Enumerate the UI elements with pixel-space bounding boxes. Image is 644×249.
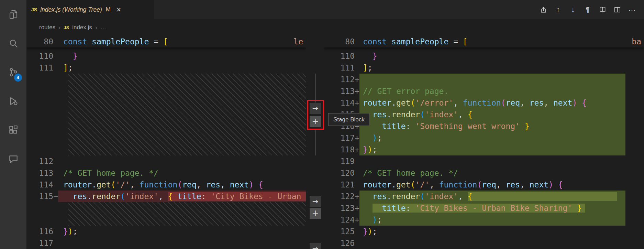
code-line-content[interactable]	[359, 74, 625, 85]
line-number-gutter: 80	[324, 36, 359, 47]
code-token: .	[387, 110, 391, 119]
toggle-whitespace-icon[interactable]: ¶	[582, 4, 593, 15]
code-token: )	[548, 180, 553, 189]
code-token: }	[363, 145, 368, 154]
diff-marker	[53, 50, 58, 62]
breadcrumb-item[interactable]: index.js	[72, 24, 92, 31]
previous-change-icon[interactable]: ↑	[553, 4, 563, 15]
revert-block-arrow-button[interactable]: →	[310, 243, 321, 249]
code-token: '/error'	[415, 98, 453, 107]
diff-marker	[53, 237, 58, 249]
line-number-gutter: 121	[324, 179, 359, 191]
code-line-content[interactable]: // GET error page.	[359, 85, 625, 97]
code-line-content[interactable]: router.get('/', function(req, res, next)…	[58, 179, 306, 191]
code-line-content[interactable]: });	[58, 226, 306, 237]
code-line-content[interactable]: });	[359, 144, 625, 155]
code-line-content[interactable]: });	[359, 226, 625, 237]
line-number-gutter: 122+	[324, 191, 359, 202]
code-token: ,	[520, 98, 530, 107]
code-token: ;	[368, 63, 373, 72]
diff-connector-line	[315, 74, 316, 102]
code-token: )	[368, 227, 373, 236]
line-number-gutter: 125	[324, 226, 359, 237]
line-number-gutter: 114	[26, 179, 58, 191]
breadcrumb-item[interactable]: …	[100, 24, 106, 31]
extensions-icon[interactable]	[5, 122, 22, 138]
code-token: get	[396, 98, 411, 107]
clipped-text-fragment: ba	[632, 36, 641, 47]
code-line-content[interactable]	[359, 237, 625, 249]
code-line-content[interactable]: router.get('/error', function(req, res, …	[359, 97, 625, 109]
code-token	[363, 133, 373, 142]
line-number: 125	[324, 226, 355, 237]
code-line-content[interactable]: title: 'City Bikes - Urban Bike Sharing'…	[359, 202, 625, 214]
stage-block-plus-button[interactable]: +	[310, 208, 321, 219]
code-line-content[interactable]: res.render('index', {	[359, 191, 625, 202]
code-line-content[interactable]: }	[359, 50, 625, 62]
search-icon[interactable]	[5, 35, 22, 52]
code-line-content[interactable]	[58, 237, 306, 249]
open-file-icon[interactable]	[538, 4, 548, 15]
code-line: 118+});	[324, 144, 644, 155]
code-token: render	[391, 192, 420, 201]
code-token: )	[373, 133, 377, 142]
code-token: '/'	[115, 180, 130, 189]
code-line-content[interactable]: ];	[359, 62, 625, 74]
diff-marker	[53, 179, 58, 191]
code-line-content[interactable]: ];	[58, 62, 306, 74]
diff-marker: +	[355, 97, 359, 109]
code-token: )	[249, 180, 254, 189]
code-token: ,	[220, 180, 230, 189]
line-number: 119	[324, 155, 355, 167]
code-line: 115− res.render('index', { title: 'City …	[26, 191, 306, 202]
close-tab-icon[interactable]: ×	[116, 6, 121, 14]
line-number-gutter: 117	[26, 237, 58, 249]
code-line-content[interactable]: title: 'Something went wrong' }	[359, 120, 625, 132]
code-line-content[interactable]	[58, 155, 306, 167]
line-number: 115	[26, 191, 53, 202]
diff-marker: −	[53, 191, 58, 202]
diff-marker: +	[355, 85, 359, 97]
more-actions-icon[interactable]: ···	[627, 4, 637, 15]
breadcrumb-item[interactable]: routes	[39, 24, 55, 31]
line-number: 111	[324, 62, 355, 74]
code-line-content[interactable]: }	[58, 50, 306, 62]
revert-block-arrow-button[interactable]: →	[310, 103, 321, 114]
code-token: [	[463, 37, 468, 46]
code-token: ]	[363, 63, 368, 72]
source-control-icon[interactable]: 4	[5, 64, 22, 80]
code-line-content[interactable]: const samplePeople = [	[359, 36, 625, 47]
code-line: 112+	[324, 74, 644, 85]
code-token: res	[506, 180, 520, 189]
map-icon[interactable]	[597, 4, 608, 15]
line-number-gutter: 115−	[26, 191, 58, 202]
code-token: get	[97, 180, 111, 189]
code-line-content[interactable]: );	[359, 214, 625, 226]
run-and-debug-icon[interactable]	[5, 93, 22, 109]
code-token: ;	[373, 227, 377, 236]
code-line-content[interactable]: const samplePeople = [	[58, 36, 306, 47]
code-line-content[interactable]: /* GET home page. */	[58, 167, 306, 179]
diff-marker	[53, 62, 58, 74]
code-line-content[interactable]	[359, 155, 625, 167]
code-line-content[interactable]: res.render('index', {	[359, 109, 625, 120]
revert-block-arrow-button[interactable]: →	[310, 196, 321, 207]
code-line: 122+ res.render('index', {	[324, 191, 644, 202]
next-change-icon[interactable]: ↓	[568, 4, 578, 15]
explorer-icon[interactable]	[5, 6, 22, 23]
code-line-content[interactable]: res.render('index', { title: 'City Bikes…	[58, 191, 306, 202]
split-editor-icon[interactable]	[612, 4, 622, 15]
code-token: res	[373, 110, 387, 119]
stage-block-plus-button[interactable]: +	[310, 116, 321, 127]
code-token: ;	[377, 215, 382, 224]
code-line-content[interactable]: /* GET home page. */	[359, 167, 625, 179]
line-number: 126	[324, 237, 355, 249]
code-token: (	[411, 98, 415, 107]
tab-indexjs-working-tree[interactable]: JS index.js (Working Tree) M ×	[26, 0, 154, 19]
code-line-content[interactable]: router.get('/', function(req, res, next)…	[359, 179, 625, 191]
code-token: =	[149, 37, 163, 46]
code-line-content[interactable]: );	[359, 132, 625, 144]
code-line: 117+ );	[324, 132, 644, 144]
chat-icon[interactable]	[5, 151, 22, 167]
code-token: get	[396, 180, 411, 189]
